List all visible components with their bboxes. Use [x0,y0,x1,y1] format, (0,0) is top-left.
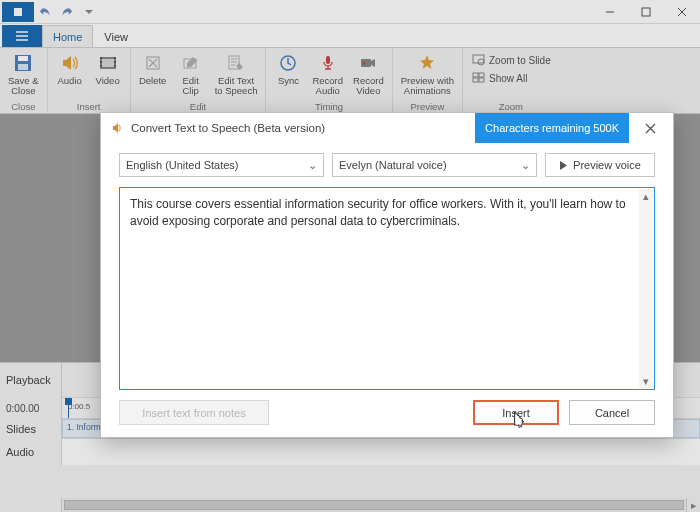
preview-voice-label: Preview voice [573,159,641,171]
preview-voice-button[interactable]: Preview voice [545,153,655,177]
chevron-down-icon: ⌄ [521,159,530,172]
chars-remaining-badge: Characters remaining 500K [475,113,629,143]
play-icon [559,161,568,170]
textarea-scrollbar[interactable]: ▴ ▾ [639,189,653,388]
scroll-up-arrow[interactable]: ▴ [639,189,653,203]
cancel-button[interactable]: Cancel [569,400,655,425]
tts-textarea[interactable] [120,188,654,389]
dialog-titlebar: Convert Text to Speech (Beta version) Ch… [101,113,673,143]
chevron-down-icon: ⌄ [308,159,317,172]
language-dropdown[interactable]: English (United States) ⌄ [119,153,324,177]
language-value: English (United States) [126,159,239,171]
dialog-close-button[interactable] [635,113,665,143]
voice-value: Evelyn (Natural voice) [339,159,447,171]
insert-button[interactable]: Insert [473,400,559,425]
dialog-title: Convert Text to Speech (Beta version) [131,122,475,134]
voice-dropdown[interactable]: Evelyn (Natural voice) ⌄ [332,153,537,177]
insert-from-notes-button: Insert text from notes [119,400,269,425]
tts-logo-icon [109,120,125,136]
convert-tts-dialog: Convert Text to Speech (Beta version) Ch… [100,112,674,438]
tts-text-wrap: ▴ ▾ [119,187,655,390]
scroll-down-arrow[interactable]: ▾ [639,374,653,388]
